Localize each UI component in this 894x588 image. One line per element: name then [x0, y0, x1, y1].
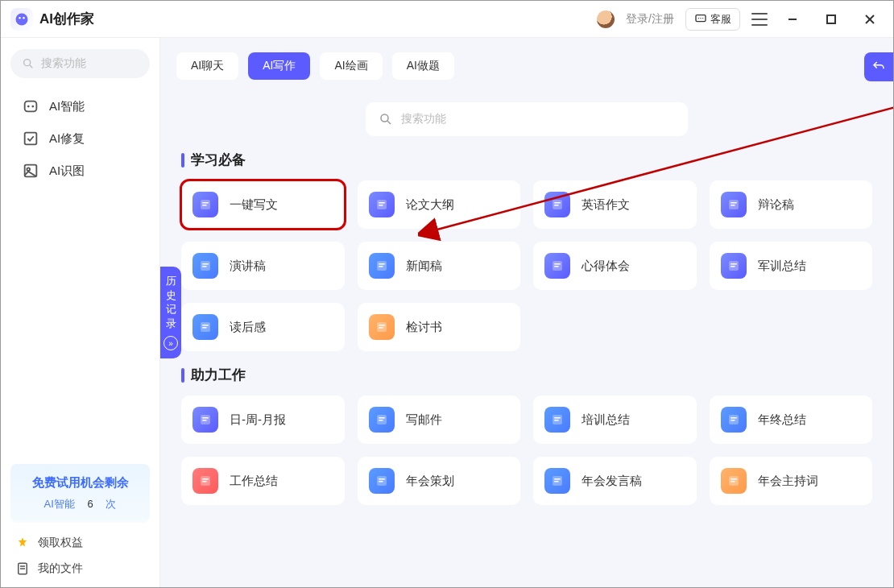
sidebar-search-placeholder: 搜索功能: [41, 56, 86, 71]
login-link[interactable]: 登录/注册: [626, 12, 674, 27]
feature-card[interactable]: 年会发言稿: [533, 457, 697, 505]
app-logo: [10, 8, 33, 31]
feature-card[interactable]: 写邮件: [358, 395, 521, 444]
feature-card[interactable]: 演讲稿: [181, 242, 345, 290]
chat-icon: [694, 13, 707, 26]
feature-card[interactable]: 军训总结: [710, 242, 873, 290]
tab[interactable]: AI聊天: [176, 52, 238, 80]
svg-rect-26: [202, 205, 206, 206]
svg-rect-64: [731, 417, 737, 419]
card-icon: [369, 468, 395, 494]
feature-card[interactable]: 日-周-月报: [181, 395, 345, 444]
nav-icon: [22, 130, 39, 147]
tab[interactable]: AI写作: [248, 52, 310, 80]
sidebar-item[interactable]: AI修复: [22, 130, 150, 147]
card-icon: [369, 253, 395, 279]
card-label: 一键写文: [230, 197, 278, 213]
card-icon: [721, 192, 747, 217]
minimize-button[interactable]: [779, 6, 806, 33]
trial-title: 免费试用机会剩余: [19, 475, 142, 491]
support-button[interactable]: 客服: [685, 8, 740, 31]
card-label: 心得体会: [582, 259, 630, 274]
feature-card[interactable]: 读后感: [181, 303, 345, 351]
svg-rect-70: [379, 478, 385, 480]
card-icon: [721, 468, 747, 494]
bottom-link[interactable]: 领取权益: [15, 536, 150, 550]
svg-rect-65: [731, 420, 735, 421]
feature-card[interactable]: 培训总结: [533, 395, 697, 444]
svg-point-4: [698, 18, 699, 19]
card-label: 年会主持词: [758, 474, 818, 489]
sidebar-item[interactable]: AI识图: [22, 162, 150, 180]
feature-card[interactable]: 年会策划: [358, 457, 521, 505]
svg-rect-74: [554, 481, 558, 482]
svg-point-22: [381, 114, 388, 122]
bottom-link[interactable]: 我的文件: [15, 561, 150, 576]
svg-rect-68: [202, 481, 206, 482]
svg-point-14: [27, 106, 30, 108]
svg-rect-37: [202, 263, 209, 265]
svg-rect-49: [202, 325, 209, 326]
svg-rect-76: [731, 478, 737, 480]
svg-rect-13: [25, 101, 37, 112]
card-icon: [369, 192, 395, 217]
close-button[interactable]: [856, 6, 884, 33]
trial-card[interactable]: 免费试用机会剩余 AI智能 6 次: [10, 464, 150, 523]
maximize-button[interactable]: [817, 6, 845, 33]
link-icon: [15, 561, 30, 576]
app-title: AI创作家: [39, 10, 94, 28]
svg-rect-73: [554, 478, 561, 480]
card-label: 写邮件: [406, 412, 442, 428]
nav-label: AI识图: [49, 164, 85, 179]
undo-button[interactable]: [864, 52, 893, 81]
svg-rect-56: [202, 420, 206, 421]
search-icon: [22, 57, 35, 70]
svg-rect-59: [379, 420, 383, 421]
link-label: 领取权益: [38, 536, 83, 550]
feature-card[interactable]: 英语作文: [533, 180, 697, 229]
feature-card[interactable]: 辩论稿: [710, 180, 873, 229]
history-tab[interactable]: 历史记录»: [160, 267, 181, 358]
card-icon: [192, 468, 218, 494]
titlebar: AI创作家 登录/注册 客服: [1, 1, 893, 38]
feature-card[interactable]: 一键写文: [181, 180, 345, 229]
section-title: 助力工作: [181, 366, 872, 384]
feature-card[interactable]: 心得体会: [533, 242, 697, 290]
avatar[interactable]: [597, 10, 615, 28]
tab[interactable]: AI做题: [392, 52, 454, 80]
sidebar-search[interactable]: 搜索功能: [10, 49, 150, 78]
sidebar-item[interactable]: AI智能: [22, 97, 150, 115]
svg-rect-53: [379, 327, 383, 329]
feature-card[interactable]: 检讨书: [358, 303, 521, 351]
svg-point-5: [700, 18, 701, 19]
svg-rect-67: [202, 478, 209, 480]
card-label: 工作总结: [230, 474, 278, 489]
tab[interactable]: AI绘画: [320, 52, 382, 80]
card-label: 新闻稿: [406, 259, 442, 274]
svg-rect-55: [202, 417, 209, 419]
menu-button[interactable]: [751, 13, 768, 26]
link-icon: [15, 536, 30, 550]
nav-label: AI修复: [49, 131, 85, 147]
svg-rect-38: [202, 266, 206, 267]
feature-card[interactable]: 工作总结: [181, 457, 345, 505]
svg-rect-62: [554, 420, 558, 421]
feature-card[interactable]: 论文大纲: [358, 180, 521, 229]
svg-rect-16: [25, 133, 37, 145]
section: 学习必备一键写文论文大纲英语作文辩论稿演讲稿新闻稿心得体会军训总结读后感检讨书: [160, 136, 893, 351]
svg-rect-34: [731, 202, 737, 204]
svg-rect-44: [554, 266, 558, 267]
nav-label: AI智能: [49, 99, 85, 114]
card-icon: [544, 468, 570, 494]
center-search[interactable]: 搜索功能: [366, 102, 688, 136]
svg-point-1: [19, 17, 21, 19]
card-label: 演讲稿: [230, 259, 266, 274]
feature-card[interactable]: 新闻稿: [358, 242, 521, 290]
svg-rect-52: [379, 325, 385, 326]
svg-rect-29: [379, 205, 383, 206]
feature-card[interactable]: 年会主持词: [710, 457, 873, 505]
card-label: 培训总结: [582, 412, 630, 428]
svg-rect-47: [731, 266, 735, 267]
card-icon: [544, 407, 570, 433]
feature-card[interactable]: 年终总结: [710, 395, 873, 444]
